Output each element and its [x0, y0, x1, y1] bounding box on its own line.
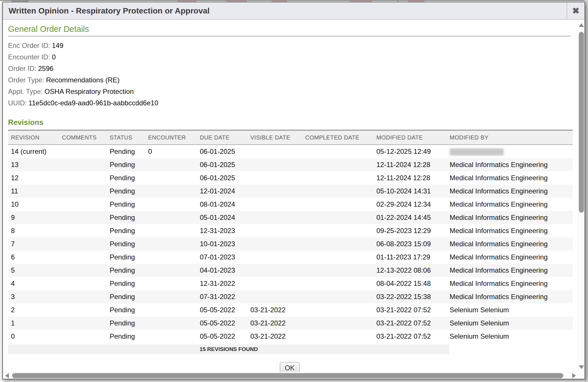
cell-revision: 14 (current) [8, 145, 59, 158]
cell-revision: 10 [8, 198, 59, 211]
cell-status: Pending [107, 171, 145, 185]
table-row: 3Pending07-31-202203-22-2022 15:38Medica… [8, 290, 573, 303]
cell-modified-date: 03-21-2022 07:52 [374, 303, 447, 317]
cell-visible-date [247, 277, 302, 290]
cell-visible-date [247, 145, 302, 158]
cell-visible-date: 03-21-2022 [247, 330, 302, 343]
table-row: 5Pending04-01-202312-13-2022 08:06Medica… [8, 264, 573, 277]
cell-status: Pending [107, 237, 145, 251]
detail-label: UUID: [8, 99, 27, 107]
scroll-down-icon[interactable] [579, 365, 584, 369]
column-header: COMPLETED DATE [302, 131, 374, 145]
cell-completed-date [302, 224, 374, 237]
cell-visible-date [247, 171, 302, 185]
table-row: 11Pending12-01-202405-10-2024 14:31Medic… [8, 185, 573, 198]
cell-comments [59, 171, 107, 185]
written-opinion-dialog: Written Opinion - Respiratory Protection… [2, 2, 585, 379]
cell-due-date: 05-01-2024 [197, 211, 247, 224]
table-row: 0Pending05-05-202203-21-202203-21-2022 0… [8, 330, 573, 343]
vertical-scrollbar-thumb[interactable] [579, 32, 584, 213]
cell-comments [59, 277, 107, 290]
cell-comments [59, 237, 107, 251]
table-row: 13Pending06-01-202512-11-2024 12:28Medic… [8, 158, 573, 171]
scroll-right-icon[interactable] [572, 373, 576, 378]
cell-comments [59, 158, 107, 171]
scroll-left-icon[interactable] [5, 373, 9, 378]
cell-status: Pending [107, 277, 145, 290]
cell-due-date: 05-05-2022 [197, 330, 247, 343]
cell-status: Pending [107, 145, 145, 158]
close-button[interactable]: ✖ [567, 2, 585, 19]
cell-modified-by: Selenium Selenium [447, 303, 573, 317]
detail-value: 0 [52, 53, 56, 61]
table-row: 1Pending05-05-202203-21-202203-21-2022 0… [8, 317, 573, 330]
cell-visible-date [247, 237, 302, 251]
cell-due-date: 06-01-2025 [197, 171, 247, 185]
cell-status: Pending [107, 224, 145, 237]
column-header: REVISION [8, 131, 59, 145]
cell-due-date: 05-05-2022 [197, 303, 247, 317]
ok-button[interactable]: OK [280, 362, 300, 372]
cell-status: Pending [107, 330, 145, 343]
revisions-count-footer: 15 REVISIONS FOUND [8, 344, 449, 354]
detail-order-id: Order ID:2596 [8, 63, 578, 74]
cell-modified-by: Medical Informatics Engineering [447, 277, 573, 290]
cell-due-date: 07-31-2022 [197, 290, 247, 303]
cell-completed-date [302, 211, 374, 224]
cell-encounter [145, 237, 197, 251]
revisions-table: REVISIONCOMMENTSSTATUSENCOUNTERDUE DATEV… [8, 131, 573, 343]
cell-comments [59, 198, 107, 211]
cell-comments [59, 185, 107, 198]
dialog-title: Written Opinion - Respiratory Protection… [3, 6, 567, 15]
cell-modified-date: 08-04-2022 15:48 [374, 277, 447, 290]
cell-revision: 0 [8, 330, 59, 343]
cell-status: Pending [107, 158, 145, 171]
column-header: MODIFIED BY [447, 131, 573, 145]
cell-modified-by: Medical Informatics Engineering [447, 198, 573, 211]
cell-revision: 5 [8, 264, 59, 277]
general-order-details-heading: General Order Details [8, 24, 578, 34]
horizontal-scrollbar-thumb[interactable] [12, 373, 563, 378]
cell-modified-by: Medical Informatics Engineering [447, 224, 573, 237]
table-row: 2Pending05-05-202203-21-202203-21-2022 0… [8, 303, 573, 317]
column-header: VISIBLE DATE [247, 131, 302, 145]
table-row: 10Pending08-01-202402-29-2024 12:34Medic… [8, 198, 573, 211]
cell-revision: 9 [8, 211, 59, 224]
cell-comments [59, 330, 107, 343]
detail-uuid: UUID:11e5dc0c-eda9-aad0-961b-aabbccdd6e1… [8, 97, 578, 109]
cell-encounter [145, 264, 197, 277]
cell-due-date: 12-31-2023 [197, 224, 247, 237]
scrollbar-corner [578, 372, 585, 379]
cell-status: Pending [107, 185, 145, 198]
cell-visible-date [247, 251, 302, 264]
detail-value: 149 [52, 42, 63, 49]
cell-encounter [145, 317, 197, 330]
cell-completed-date [302, 317, 374, 330]
cell-status: Pending [107, 264, 145, 277]
cell-completed-date [302, 198, 374, 211]
cell-modified-by: Medical Informatics Engineering [447, 251, 573, 264]
cell-due-date: 10-01-2023 [197, 237, 247, 251]
cell-visible-date [247, 290, 302, 303]
ok-button-row: OK [8, 362, 571, 372]
cell-status: Pending [107, 211, 145, 224]
cell-modified-date: 06-08-2023 15:09 [374, 237, 447, 251]
vertical-scrollbar[interactable] [578, 20, 585, 372]
cell-revision: 4 [8, 277, 59, 290]
column-header: MODIFIED DATE [374, 131, 447, 145]
cell-revision: 1 [8, 317, 59, 330]
table-row: 14 (current)Pending006-01-202505-12-2025… [8, 145, 573, 158]
cell-encounter [145, 224, 197, 237]
cell-due-date: 05-05-2022 [197, 317, 247, 330]
cell-completed-date [302, 185, 374, 198]
detail-label: Appt. Type: [8, 88, 43, 95]
column-header: DUE DATE [197, 131, 247, 145]
cell-visible-date [247, 211, 302, 224]
cell-modified-date: 01-11-2023 17:29 [374, 251, 447, 264]
cell-visible-date [247, 158, 302, 171]
scroll-up-icon[interactable] [579, 23, 584, 27]
detail-value: OSHA Respiratory Protection [45, 88, 134, 95]
cell-visible-date [247, 264, 302, 277]
cell-modified-date: 12-11-2024 12:28 [374, 171, 447, 185]
horizontal-scrollbar[interactable] [3, 372, 578, 379]
